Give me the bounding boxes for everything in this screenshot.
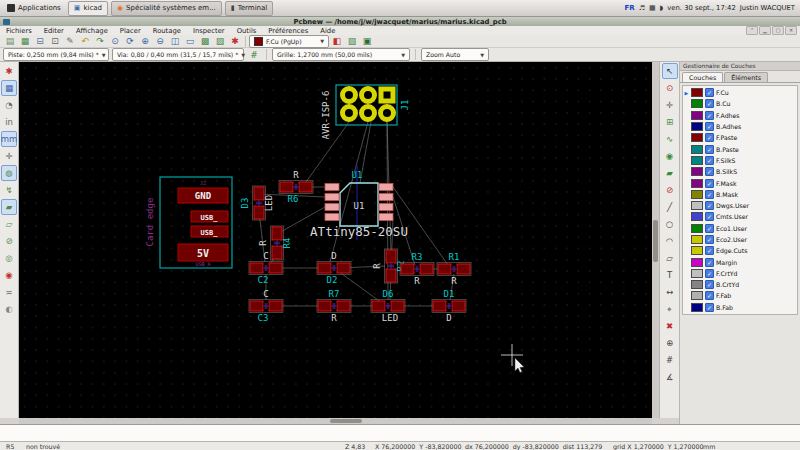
layer-color-swatch[interactable] <box>691 246 703 255</box>
drill-origin-icon[interactable]: ⊕ <box>662 335 678 351</box>
add-circle-icon[interactable]: ○ <box>662 216 678 232</box>
layer-color-swatch[interactable] <box>691 269 703 278</box>
update-pcb-icon[interactable]: ▧ <box>345 34 359 48</box>
zoom-selector[interactable]: Zoom Auto ▼ <box>421 48 489 61</box>
local-ratsnest-icon[interactable]: ✛ <box>662 97 678 113</box>
layer-row[interactable]: Dwgs.User <box>683 200 797 211</box>
measure-icon[interactable]: ∡ <box>662 369 678 385</box>
units-mm-icon[interactable]: mm <box>1 131 17 147</box>
applications-menu[interactable]: Applications <box>3 3 65 13</box>
layer-row[interactable]: F.Mask <box>683 177 797 188</box>
auto-track-width-icon[interactable]: # <box>247 48 261 62</box>
layer-row[interactable]: B.Fab <box>683 302 797 313</box>
tracks-sketch-icon[interactable]: ≍ <box>1 284 17 300</box>
layer-color-swatch[interactable] <box>691 291 703 300</box>
drc-icon[interactable]: ✱ <box>228 34 242 48</box>
layer-color-swatch[interactable] <box>691 280 703 289</box>
task-kicad[interactable]: ▣ kicad <box>68 1 108 16</box>
layer-visibility-checkbox[interactable] <box>705 156 714 165</box>
units-inch-icon[interactable]: in <box>1 114 17 130</box>
route-tracks-icon[interactable]: ∿ <box>662 131 678 147</box>
task-firefox[interactable]: ◉ Spécialité systèmes em... <box>111 1 222 16</box>
highlight-net-icon[interactable]: ⊙ <box>662 80 678 96</box>
layer-row[interactable]: B.CrtYd <box>683 279 797 290</box>
layer-visibility-checkbox[interactable] <box>705 224 714 233</box>
add-line-icon[interactable]: ╱ <box>662 199 678 215</box>
add-zone-icon[interactable]: ▰ <box>662 165 678 181</box>
via-size-selector[interactable]: Via: 0,80 / 0,40 mm (31,5 / 15,7 mils) *… <box>112 48 244 61</box>
save-icon[interactable]: ⊟ <box>33 34 47 48</box>
layer-visibility-checkbox[interactable] <box>705 111 714 120</box>
zoom-in-icon[interactable]: ⊕ <box>138 34 152 48</box>
rollup-button[interactable]: ⌃ <box>746 26 758 35</box>
layer-row[interactable]: Eco1.User <box>683 223 797 234</box>
ratsnest-toggle-icon[interactable]: ◍ <box>1 165 17 181</box>
layer-color-swatch[interactable] <box>691 224 703 233</box>
layer-row[interactable]: Edge.Cuts <box>683 245 797 256</box>
layer-color-swatch[interactable] <box>691 88 703 97</box>
zones-hide-icon[interactable]: ⊘ <box>1 233 17 249</box>
layer-row[interactable]: B.Mask <box>683 189 797 200</box>
layer-visibility-checkbox[interactable] <box>705 291 714 300</box>
layer-row[interactable]: F.Fab <box>683 290 797 301</box>
layer-color-swatch[interactable] <box>691 179 703 188</box>
layer-visibility-checkbox[interactable] <box>705 246 714 255</box>
layer-visibility-checkbox[interactable] <box>705 280 714 289</box>
keyboard-layout-indicator[interactable]: FR <box>625 4 635 12</box>
polar-coords-icon[interactable]: ◔ <box>1 97 17 113</box>
add-dimension-icon[interactable]: ↔ <box>662 284 678 300</box>
zones-show-icon[interactable]: ▰ <box>1 199 17 215</box>
vertical-scrollbar[interactable] <box>652 62 659 418</box>
layer-color-swatch[interactable] <box>691 190 703 199</box>
layer-row[interactable]: F.Adhes <box>683 110 797 121</box>
pads-sketch-icon[interactable]: ◎ <box>1 250 17 266</box>
layer-color-swatch[interactable] <box>691 99 703 108</box>
add-target-icon[interactable]: ⌖ <box>662 301 678 317</box>
zoom-selection-icon[interactable]: ▭ <box>183 34 197 48</box>
menu-item[interactable]: Préférences <box>262 27 314 35</box>
plot-icon[interactable]: ✎ <box>63 34 77 48</box>
notifications-icon[interactable]: ◗ <box>660 4 664 12</box>
clock[interactable]: ven. 30 sept., 17:42 <box>667 4 735 12</box>
layer-pair-icon[interactable]: ◧ <box>330 34 344 48</box>
network-icon[interactable]: ▦ <box>649 4 656 12</box>
toggle-canvas-icon[interactable]: ▣ <box>360 34 374 48</box>
task-terminal[interactable]: ▮ Terminal <box>225 1 273 16</box>
layer-visibility-checkbox[interactable] <box>705 269 714 278</box>
board-new-icon[interactable]: ▤ <box>3 34 17 48</box>
vias-sketch-icon[interactable]: ◉ <box>1 267 17 283</box>
layer-row[interactable]: Cmts.User <box>683 211 797 222</box>
find-icon[interactable]: ⊙ <box>108 34 122 48</box>
zoom-fit-icon[interactable]: ◫ <box>168 34 182 48</box>
zoom-out-icon[interactable]: ⊖ <box>153 34 167 48</box>
layer-color-swatch[interactable] <box>691 167 703 176</box>
layer-visibility-checkbox[interactable] <box>705 99 714 108</box>
print-icon[interactable]: ⊡ <box>48 34 62 48</box>
footprint-browser-icon[interactable]: ▨ <box>213 34 227 48</box>
layer-visibility-checkbox[interactable] <box>705 122 714 131</box>
ratsnest-local-icon[interactable]: ↯ <box>1 182 17 198</box>
refresh-icon[interactable]: ⟳ <box>123 34 137 48</box>
minimize-button[interactable]: ▁ <box>759 26 771 35</box>
layer-row[interactable]: B.Paste <box>683 143 797 154</box>
layer-row[interactable]: Eco2.User <box>683 234 797 245</box>
layers-tab[interactable]: Couches <box>682 72 723 82</box>
high-contrast-icon[interactable]: ◐ <box>1 301 17 317</box>
layer-visibility-checkbox[interactable] <box>705 201 714 210</box>
layer-visibility-checkbox[interactable] <box>705 88 714 97</box>
close-button[interactable]: ✕ <box>785 26 797 35</box>
layer-color-swatch[interactable] <box>691 212 703 221</box>
active-layer-selector[interactable]: F.Cu (PgUp) ▼ <box>249 35 329 48</box>
layer-visibility-checkbox[interactable] <box>705 303 714 312</box>
grid-toggle-icon[interactable]: ▦ <box>1 80 17 96</box>
add-via-icon[interactable]: ◉ <box>662 148 678 164</box>
horizontal-scrollbar-thumb[interactable] <box>330 419 362 423</box>
undo-icon[interactable]: ↶ <box>78 34 92 48</box>
layer-row[interactable]: B.Adhes <box>683 121 797 132</box>
layer-color-swatch[interactable] <box>691 145 703 154</box>
volume-icon[interactable]: ♬ <box>639 4 645 12</box>
layer-visibility-checkbox[interactable] <box>705 190 714 199</box>
layer-color-swatch[interactable] <box>691 111 703 120</box>
layer-color-swatch[interactable] <box>691 235 703 244</box>
zones-outline-icon[interactable]: ▱ <box>1 216 17 232</box>
